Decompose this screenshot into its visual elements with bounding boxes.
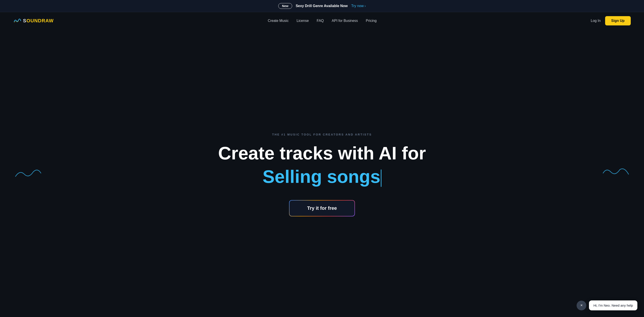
nav-link-pricing[interactable]: Pricing	[366, 19, 376, 23]
hero-subtitle: THE #1 MUSIC TOOL FOR CREATORS AND ARTIS…	[272, 133, 372, 136]
announcement-text: Sexy Drill Genre Available Now	[296, 4, 348, 8]
chat-close-button[interactable]: ×	[576, 301, 586, 310]
nav-link-license[interactable]: License	[296, 19, 309, 23]
hero-title-line2: Selling songs	[262, 167, 382, 186]
logo[interactable]: SOUNDRAW	[13, 17, 54, 25]
nav-actions: Log In Sign Up	[591, 16, 631, 26]
announcement-banner: New Sexy Drill Genre Available Now Try n…	[0, 0, 644, 12]
chat-widget: × Hi, I'm Neo. Need any help	[576, 300, 637, 310]
new-badge: New	[278, 3, 292, 9]
hero-section: THE #1 MUSIC TOOL FOR CREATORS AND ARTIS…	[0, 30, 644, 317]
text-cursor	[381, 170, 382, 187]
cta-button[interactable]: Try it for free	[290, 200, 354, 216]
nav-link-faq[interactable]: FAQ	[317, 19, 324, 23]
logo-text: SOUNDRAW	[23, 18, 54, 24]
signup-button[interactable]: Sign Up	[605, 16, 631, 26]
wave-decoration-left	[13, 165, 42, 184]
chat-bubble[interactable]: Hi, I'm Neo. Need any help	[589, 300, 637, 310]
nav-link-api-for-business[interactable]: API for Business	[332, 19, 358, 23]
soundraw-logo-icon	[13, 17, 21, 25]
cta-button-wrapper: Try it for free	[289, 200, 355, 216]
wave-decoration-right	[602, 165, 631, 184]
try-now-link[interactable]: Try now ›	[351, 4, 366, 8]
nav-links: Create Music License FAQ API for Busines…	[268, 19, 377, 23]
navbar: SOUNDRAW Create Music License FAQ API fo…	[0, 12, 644, 30]
hero-title-line1: Create tracks with AI for	[218, 143, 426, 163]
login-button[interactable]: Log In	[591, 19, 600, 23]
nav-link-create-music[interactable]: Create Music	[268, 19, 289, 23]
